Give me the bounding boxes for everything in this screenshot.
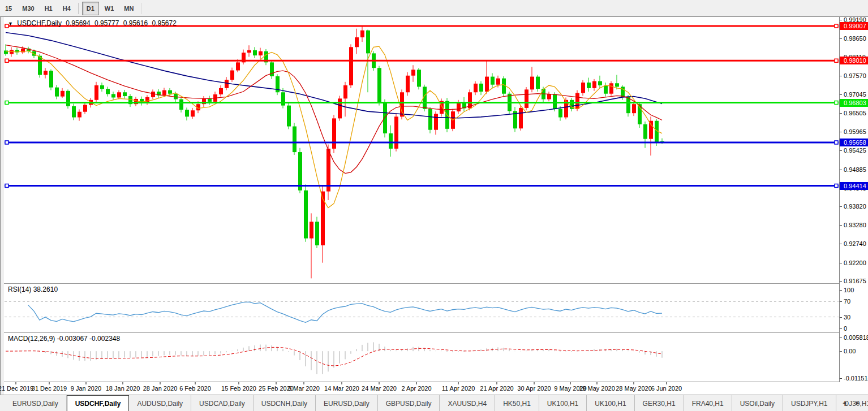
candle-body [191,110,195,116]
candle-body [293,127,297,153]
candle-body [406,76,410,93]
candle-body [315,222,319,245]
price-chart-canvas[interactable] [0,17,839,395]
candle-body [123,92,127,96]
chart-tab-usdjpy[interactable]: USDJPY,H1 [783,395,836,411]
candle-body [117,92,121,97]
price-line-badge: 0.95658 [840,139,868,146]
candle-body [151,92,155,97]
candle-body [38,56,42,75]
candle-body [519,108,523,128]
chart-tab-usoil[interactable]: USOil,Daily [732,395,783,411]
candle-body [626,97,630,113]
candle-body [343,85,347,98]
symbol-dropdown-icon[interactable]: ▼ [8,21,13,27]
candle-body [208,98,212,102]
toolbar-separator [78,3,79,14]
candle-body [72,106,76,118]
candle-body [615,83,619,86]
candle-body [643,124,647,139]
candle-body [287,106,291,127]
chart-tab-xauusd[interactable]: XAUUSD,H4 [440,395,495,411]
price-tick-label: 0.92740 [840,240,868,247]
chart-tab-eurusd[interactable]: EURUSD,Daily [316,395,378,411]
line-handle[interactable] [835,141,838,144]
candle-body [94,85,98,100]
candle-body [259,51,263,55]
candle-body [479,84,483,92]
macd-axis-label: -0.011514 [840,375,868,382]
chart-tab-usdcad[interactable]: USDCAD,Daily [191,395,253,411]
price-line-badge: 0.99007 [840,22,868,30]
chart-tab-hk50[interactable]: HK50,H1 [495,395,539,411]
date-label: 19 May 2020 [579,385,615,392]
candle-body [281,92,285,105]
chart-tab-uk100[interactable]: UK100,H1 [587,395,634,411]
timeframe-button-m30[interactable]: M30 [18,2,38,15]
line-handle[interactable] [5,101,8,105]
tab-scroll-right-icon[interactable]: ► [851,400,865,406]
line-handle[interactable] [5,184,8,188]
price-tick-label: 0.97045 [840,91,868,98]
candle-body [310,222,313,239]
line-handle[interactable] [5,59,8,62]
line-handle[interactable] [835,184,838,188]
timeframe-button-h4[interactable]: H4 [58,2,75,15]
line-handle[interactable] [5,141,8,144]
price-tick-label: 0.98650 [840,35,868,42]
tab-scroll-left-icon[interactable]: ◄ [837,400,851,406]
macd-axis-label: 0.00 [840,348,868,354]
candle-body [536,77,540,89]
candle-body [49,71,53,88]
candle-body [360,31,364,37]
chart-tab-usdchf[interactable]: USDCHF,Daily [67,395,130,411]
chart-title: ▼ USDCHF,Daily 0.95694 0.95777 0.95616 0… [8,19,179,27]
ohlc-open: 0.95694 [66,19,90,27]
candle-body [553,94,557,109]
macd-name: MACD(12,26,9) [8,335,55,343]
candle-body [592,81,596,88]
date-label: 30 Apr 2020 [517,385,551,392]
rsi-indicator-label: RSI(14) 38.2610 [8,285,58,293]
chart-tab-ger30[interactable]: GER30,H1 [635,395,684,411]
candle-body [621,86,625,97]
timeframe-button-w1[interactable]: W1 [100,2,119,15]
price-line-badge: 0.98010 [840,57,868,64]
timeframe-button-mn[interactable]: MN [119,2,138,15]
candle-body [78,112,81,118]
rsi-name: RSI(14) [8,285,31,293]
macd-main-value: -0.003067 [57,335,88,343]
chart-tab-audusd[interactable]: AUDUSD,Daily [129,395,191,411]
candle-body [632,104,636,113]
date-label: 21 Apr 2020 [480,385,513,392]
timeframe-button-15[interactable]: 15 [1,2,16,15]
date-label: 6 Jun 2020 [651,385,682,392]
date-label: 15 Feb 2020 [221,385,256,392]
macd-indicator-label: MACD(12,26,9) -0.003067 -0.002348 [8,335,120,343]
candle-body [598,81,602,85]
chart-tab-uk100[interactable]: UK100,H1 [539,395,587,411]
candle-body [581,83,585,93]
timeframe-button-d1[interactable]: D1 [82,2,99,15]
date-label: 21 Dec 2019 [0,385,33,392]
ohlc-low: 0.95616 [123,19,148,27]
line-handle[interactable] [835,101,838,105]
chart-tab-fra40[interactable]: FRA40,H1 [684,395,732,411]
chart-tab-eurusd[interactable]: EURUSD,Daily [5,395,67,411]
chart-tab-gbpusd[interactable]: GBPUSD,Daily [378,395,440,411]
chart-tab-usdcnh[interactable]: USDCNH,Daily [253,395,316,411]
ohlc-close: 0.95672 [152,19,177,27]
ohlc-high: 0.95777 [94,19,119,27]
price-tick-label: 0.91675 [840,278,868,284]
candle-body [179,99,183,110]
rsi-axis-label: 0 [840,325,868,332]
candle-body [389,133,393,149]
price-tick-label: 0.93820 [840,203,868,210]
candle-body [168,90,172,94]
candle-body [247,50,251,53]
price-tick-label: 0.92200 [840,259,868,266]
timeframe-button-h1[interactable]: H1 [40,2,57,15]
price-tick-label: 0.95965 [840,128,868,135]
line-handle[interactable] [835,59,838,62]
line-handle[interactable] [835,24,838,28]
